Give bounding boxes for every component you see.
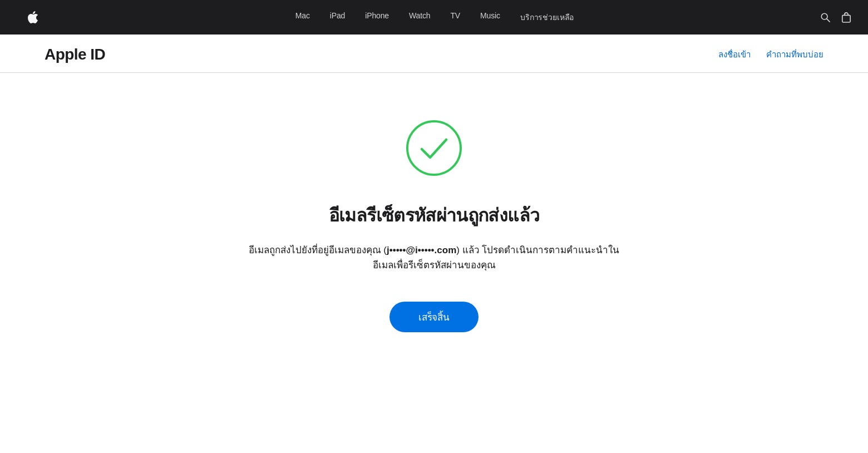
success-description: อีเมลถูกส่งไปยังที่อยู่อีเมลของคุณ (j•••… [245,243,623,273]
nav-item-mac[interactable]: Mac [285,11,320,23]
page-header: Apple ID ลงชื่อเข้า คำถามที่พบบ่อย [0,35,868,73]
search-icon[interactable] [820,12,830,22]
nav-item-tv[interactable]: TV [440,11,470,23]
nav-item-ipad[interactable]: iPad [320,11,355,23]
faq-link[interactable]: คำถามที่พบบ่อย [766,48,823,61]
sign-in-link[interactable]: ลงชื่อเข้า [718,48,751,61]
svg-rect-2 [842,15,850,22]
success-checkmark-icon [403,117,465,179]
svg-point-3 [407,121,461,175]
success-icon-wrapper [403,117,465,181]
nav-menu: Mac iPad iPhone Watch TV Music บริการช่ว… [49,11,820,23]
nav-item-iphone[interactable]: iPhone [355,11,399,23]
svg-line-1 [827,19,830,22]
main-nav: Mac iPad iPhone Watch TV Music บริการช่ว… [0,0,868,35]
email-highlight: j•••••@i•••••.com [387,245,456,255]
bag-icon[interactable] [841,12,851,23]
svg-point-0 [821,13,827,19]
nav-item-watch[interactable]: Watch [399,11,440,23]
nav-item-music[interactable]: Music [470,11,510,23]
description-part1: อีเมลถูกส่งไปยังที่อยู่อีเมลของคุณ ( [249,245,387,255]
success-title: อีเมลรีเซ็ตรหัสผ่านถูกส่งแล้ว [329,201,540,229]
done-button[interactable]: เสร็จสิ้น [389,302,479,332]
apple-logo-icon [28,11,38,23]
nav-icons-group [820,12,851,23]
main-content: อีเมลรีเซ็ตรหัสผ่านถูกส่งแล้ว อีเมลถูกส่… [0,73,868,366]
header-links: ลงชื่อเข้า คำถามที่พบบ่อย [718,48,823,61]
nav-item-support[interactable]: บริการช่วยเหลือ [510,11,584,23]
page-title: Apple ID [45,46,105,63]
apple-logo-nav[interactable] [17,11,49,23]
